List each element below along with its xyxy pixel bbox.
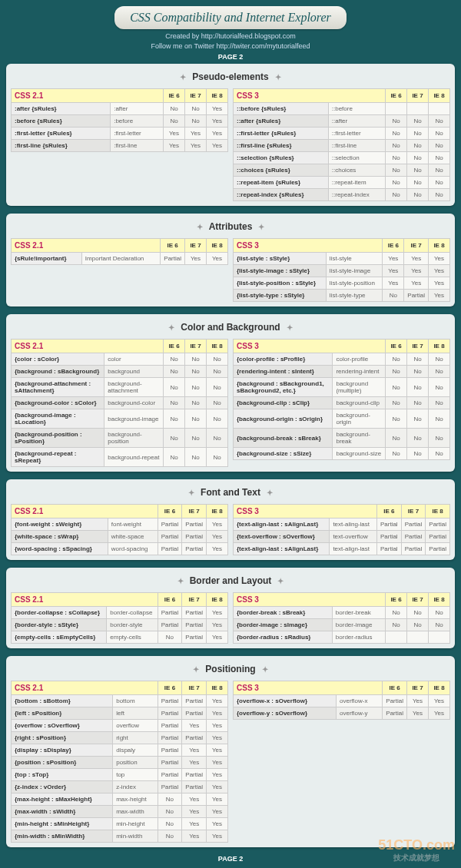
support-value: Yes	[182, 720, 207, 732]
support-value: No	[185, 378, 207, 397]
table-row: {background-color : sColor}background-co…	[12, 397, 228, 409]
compat-table: CSS 3IE 6IE 7IE 8{text-align-last : sAli…	[233, 504, 450, 555]
support-value: No	[429, 607, 450, 619]
property-name: text-align-last	[330, 543, 377, 555]
table-row: :after {sRules}:afterNoNoYes	[12, 103, 228, 115]
property-syntax: {text-overflow : sOverflow}	[234, 531, 330, 543]
support-value: Yes	[429, 695, 450, 707]
table-row: {max-height : sMaxHeight}max-heightNoYes…	[12, 793, 228, 806]
section: Border and LayoutCSS 2.1IE 6IE 7IE 8{bor…	[6, 568, 455, 648]
support-value: Yes	[185, 140, 207, 152]
table-row: ::before {sRules}::before	[234, 103, 450, 115]
property-syntax: {white-space : sWrap}	[12, 531, 108, 543]
support-value: Partial	[182, 695, 207, 707]
property-syntax: {overflow : sOverflow}	[12, 720, 113, 732]
property-syntax: {overflow-x : sOverflow}	[234, 695, 337, 707]
property-name: background-clip	[333, 397, 386, 409]
property-syntax: :first-line {sRules}	[12, 140, 111, 152]
support-value: Partial	[426, 531, 450, 543]
left-col: CSS 2.1IE 6IE 7IE 8{font-weight : sWeigh…	[11, 504, 228, 555]
table-row: {border-image : sImage}border-imageNoNoN…	[234, 619, 450, 631]
property-syntax: {background-attachment : sAttachment}	[12, 378, 104, 397]
property-syntax: {font-weight : sWeight}	[12, 518, 108, 531]
support-value: Yes	[429, 253, 450, 265]
support-value: Yes	[185, 128, 207, 140]
property-syntax: {background-position : sPosition}	[12, 429, 104, 448]
support-value: Yes	[383, 265, 404, 277]
property-name: ::first-line	[328, 140, 385, 152]
table-row: ::choices {sRules}::choicesNoNoNo	[234, 164, 450, 177]
support-value	[407, 103, 429, 115]
property-syntax: ::selection {sRules}	[234, 152, 329, 164]
property-name: border-break	[332, 607, 385, 619]
table-row: {top : sTop}topPartialPartialYes	[12, 769, 228, 781]
support-value: Yes	[182, 793, 207, 806]
page-title: CSS Compatibility and Internet Explorer	[114, 6, 347, 29]
ie-col: IE 7	[185, 239, 207, 253]
spec-header: CSS 2.1	[12, 681, 158, 695]
property-name: background-origin	[333, 409, 386, 429]
support-value: Partial	[158, 543, 182, 555]
support-value: No	[386, 189, 407, 201]
support-value: No	[185, 115, 207, 128]
property-syntax: {max-width : sWidth}	[12, 806, 113, 818]
support-value: No	[386, 448, 407, 460]
support-value: Yes	[164, 140, 185, 152]
ie-col: IE 6	[164, 89, 185, 103]
left-col: CSS 2.1IE 6IE 7IE 8{border-collapse : sC…	[11, 592, 228, 644]
support-value: Yes	[407, 707, 429, 720]
support-value: No	[207, 353, 228, 366]
table-row: {background-clip : sClip}background-clip…	[234, 397, 450, 409]
table-row: {overflow-y : sOverflow}overflow-yPartia…	[234, 707, 450, 720]
ie-col: IE 7	[185, 89, 207, 103]
ie-col: IE 7	[401, 505, 426, 518]
table-row: ::first-letter {sRules}::first-letterNoN…	[234, 128, 450, 140]
ie-col: IE 6	[386, 593, 407, 607]
support-value: No	[429, 409, 450, 429]
support-value: No	[386, 115, 407, 128]
section: Pseudo-elementsCSS 2.1IE 6IE 7IE 8:after…	[6, 64, 455, 206]
section-header: Border and Layout	[11, 572, 450, 592]
support-value: No	[407, 619, 429, 631]
ie-col: IE 7	[185, 340, 207, 353]
property-syntax: {list-style-image : sStyle}	[234, 265, 327, 277]
support-value: Partial	[404, 290, 429, 302]
support-value: No	[185, 366, 207, 378]
support-value: No	[429, 619, 450, 631]
support-value: No	[407, 140, 429, 152]
support-value: Partial	[182, 607, 207, 619]
property-name: bottom	[113, 695, 158, 707]
support-value: Yes	[404, 277, 429, 290]
table-row: {background-image : sLocation}background…	[12, 409, 228, 429]
ie-col: IE 8	[207, 593, 228, 607]
support-value: Partial	[158, 619, 182, 631]
property-syntax: {color-profile : sProfile}	[234, 353, 333, 366]
support-value: No	[386, 607, 407, 619]
support-value	[407, 631, 429, 644]
property-name: list-style-type	[326, 290, 382, 302]
ie-col: IE 7	[182, 593, 207, 607]
table-row: {list-style : sStyle}list-styleYesYesYes	[234, 253, 450, 265]
support-value: No	[158, 806, 182, 818]
support-value: No	[429, 128, 450, 140]
ie-col: IE 8	[207, 505, 228, 518]
table-row: {overflow : sOverflow}overflowPartialYes…	[12, 720, 228, 732]
ie-col: IE 8	[429, 593, 450, 607]
support-value: Yes	[429, 277, 450, 290]
ie-col: IE 7	[407, 681, 429, 695]
spec-header: CSS 2.1	[12, 505, 158, 518]
support-value: Partial	[182, 707, 207, 720]
support-value: No	[158, 818, 182, 830]
property-name: empty-cells	[107, 631, 158, 644]
property-syntax: {border-image : sImage}	[234, 619, 333, 631]
support-value: No	[164, 353, 185, 366]
property-syntax: ::first-letter {sRules}	[234, 128, 329, 140]
support-value	[386, 103, 407, 115]
support-value: No	[185, 397, 207, 409]
property-syntax: {border-radius : sRadius}	[234, 631, 333, 644]
support-value: Partial	[401, 543, 426, 555]
support-value: Yes	[207, 732, 228, 744]
property-name: list-style-position	[326, 277, 382, 290]
compat-table: CSS 3IE 6IE 7IE 8{list-style : sStyle}li…	[233, 238, 450, 302]
support-value: Yes	[207, 253, 228, 265]
